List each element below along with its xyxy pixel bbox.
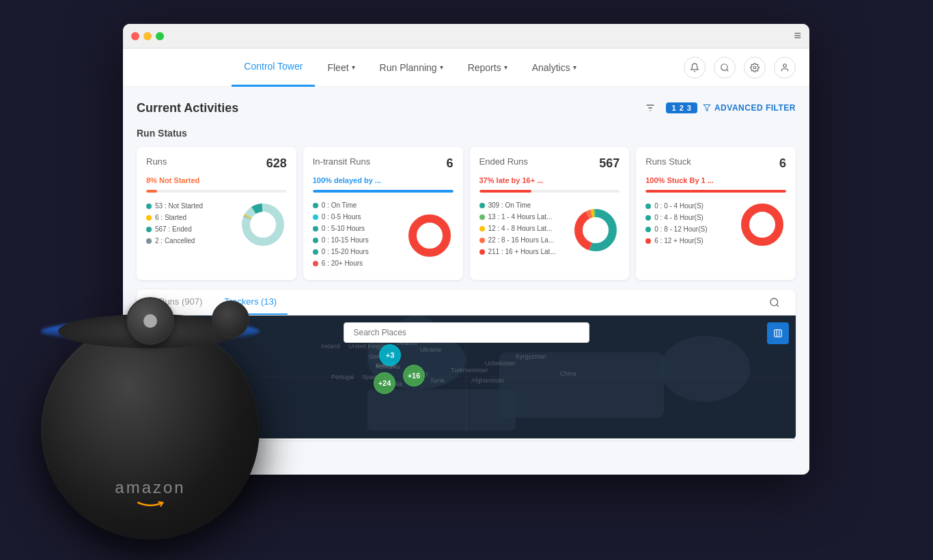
- analytics-arrow-icon: ▾: [573, 64, 576, 71]
- echo-brand-text: amazon: [115, 478, 185, 497]
- intransit-card-subtitle: 100% delayed by ...: [313, 176, 454, 184]
- runs-card-subtitle: 8% Not Started: [146, 176, 287, 184]
- filter-icon-btn[interactable]: [640, 98, 660, 118]
- legend-dot: [313, 226, 318, 232]
- legend-dot: [313, 261, 318, 266]
- reports-arrow-icon: ▾: [504, 64, 507, 71]
- map-label-kyrgyzstan: Kyrgyzstan: [516, 353, 546, 360]
- status-cards-row: Runs 628 8% Not Started 53 : Not Started: [137, 147, 796, 280]
- echo-action-button[interactable]: [212, 300, 249, 338]
- runs-card-count: 628: [266, 156, 287, 171]
- legend-dot: [479, 249, 485, 255]
- stuck-card-subtitle: 100% Stuck By 1 ...: [645, 176, 786, 184]
- svg-rect-30: [775, 330, 782, 337]
- nav-reports[interactable]: Reports ▾: [456, 48, 520, 87]
- intransit-progress-fill: [313, 190, 454, 193]
- runs-card: Runs 628 8% Not Started 53 : Not Started: [137, 147, 296, 280]
- map-cluster-16[interactable]: +16: [403, 365, 425, 387]
- legend-dot: [146, 227, 152, 232]
- nav-run-planning[interactable]: Run Planning ▾: [367, 48, 456, 87]
- nav-fleet[interactable]: Fleet ▾: [315, 48, 367, 87]
- ended-card-subtitle: 37% late by 16+ ...: [479, 176, 620, 184]
- runs-card-body: 53 : Not Started 6 : Started 567 : Ended: [146, 201, 287, 249]
- stuck-legend: 0 : 0 - 4 Hour(S) 0 : 4 - 8 Hour(S) 0 : …: [645, 201, 732, 248]
- echo-mic-button[interactable]: [126, 297, 174, 345]
- ended-card-count: 567: [599, 156, 619, 171]
- browser-menu-icon[interactable]: ≡: [794, 29, 801, 43]
- nav-control-tower[interactable]: Control Tower: [232, 48, 315, 87]
- browser-maximize-dot[interactable]: [156, 32, 164, 40]
- stuck-card-title: Runs Stuck: [645, 156, 691, 167]
- nav-analytics[interactable]: Analytics ▾: [520, 48, 589, 87]
- map-label-china: China: [560, 370, 576, 377]
- legend-item: 567 : Ended: [146, 225, 232, 234]
- legend-dot: [146, 215, 152, 221]
- svg-point-0: [721, 64, 727, 70]
- svg-point-19: [770, 298, 778, 306]
- map-search-icon-btn[interactable]: [764, 292, 785, 313]
- legend-item: 0 : 0 - 4 Hour(S): [645, 201, 732, 210]
- intransit-card-title: In-transit Runs: [313, 156, 371, 167]
- svg-point-26: [660, 336, 751, 402]
- intransit-legend: 0 : On Time 0 : 0-5 Hours 0 : 5-10 Hours: [313, 201, 399, 270]
- browser-minimize-dot[interactable]: [143, 32, 152, 40]
- legend-item: 309 : On Time: [479, 201, 566, 210]
- legend-dot: [479, 203, 485, 208]
- number-badge[interactable]: 1 2 3: [666, 102, 697, 113]
- runs-progress-fill: [146, 190, 157, 193]
- ended-progress-bar: [479, 190, 620, 193]
- nav-items: Control Tower Fleet ▾ Run Planning ▾ Rep…: [137, 48, 684, 87]
- advanced-filter-button[interactable]: ADVANCED FILTER: [703, 103, 796, 113]
- page-title: Current Activities: [137, 101, 238, 115]
- legend-dot: [313, 203, 318, 208]
- browser-titlebar: ≡: [123, 24, 809, 48]
- browser-close-dot[interactable]: [131, 32, 139, 40]
- map-cluster-24[interactable]: +24: [374, 372, 395, 394]
- runs-legend: 53 : Not Started 6 : Started 567 : Ended: [146, 201, 232, 248]
- map-action-button[interactable]: [767, 322, 789, 344]
- section-title-run-status: Run Status: [137, 128, 796, 139]
- legend-dot: [645, 227, 651, 232]
- legend-item: 6 : Started: [146, 213, 232, 222]
- intransit-card-count: 6: [446, 156, 453, 171]
- map-cluster-3[interactable]: +3: [379, 344, 401, 366]
- runs-progress-bar: [146, 190, 287, 193]
- user-profile-button[interactable]: [774, 57, 796, 79]
- legend-dot: [146, 238, 152, 244]
- svg-point-12: [413, 219, 447, 253]
- legend-item: 53 : Not Started: [146, 201, 232, 210]
- legend-item: 12 : 4 - 8 Hours Lat...: [479, 224, 566, 233]
- search-button[interactable]: [714, 57, 736, 79]
- legend-item: 2 : Cancelled: [146, 236, 232, 245]
- legend-item: 13 : 1 - 4 Hours Lat...: [479, 212, 566, 221]
- stuck-donut-chart: [738, 201, 786, 249]
- browser-traffic-lights: [131, 32, 164, 40]
- stuck-card-body: 0 : 0 - 4 Hour(S) 0 : 4 - 8 Hour(S) 0 : …: [645, 201, 786, 249]
- legend-item: 0 : 4 - 8 Hour(S): [645, 213, 732, 222]
- legend-dot: [313, 249, 318, 255]
- ended-card-body: 309 : On Time 13 : 1 - 4 Hours Lat... 12…: [479, 201, 620, 259]
- runs-card-title: Runs: [146, 156, 167, 167]
- map-label-afghanistan: Afghanistan: [471, 377, 504, 384]
- run-planning-arrow-icon: ▾: [440, 64, 443, 71]
- legend-dot: [313, 238, 318, 243]
- legend-item: 6 : 12 + Hour(S): [645, 236, 732, 245]
- settings-button[interactable]: [744, 57, 766, 79]
- map-search-input[interactable]: [344, 322, 589, 343]
- legend-item: 0 : 10-15 Hours: [313, 236, 399, 244]
- ended-card-header: Ended Runs 567: [479, 156, 620, 171]
- map-label-turkmenistan: Turkmenistan: [451, 367, 488, 374]
- svg-marker-7: [704, 105, 710, 111]
- svg-line-20: [777, 305, 779, 307]
- navbar: Control Tower Fleet ▾ Run Planning ▾ Rep…: [123, 48, 809, 87]
- svg-point-18: [745, 208, 779, 242]
- runs-card-header: Runs 628: [146, 156, 287, 171]
- notification-bell-button[interactable]: [684, 57, 706, 79]
- echo-body: amazon: [41, 321, 260, 540]
- page-header: Current Activities 1 2 3 ADVANCED FILTER: [137, 98, 796, 118]
- nav-icon-group: [684, 57, 796, 79]
- intransit-card-header: In-transit Runs 6: [313, 156, 454, 171]
- legend-item: 22 : 8 - 16 Hours La...: [479, 236, 566, 244]
- intransit-card-body: 0 : On Time 0 : 0-5 Hours 0 : 5-10 Hours: [313, 201, 454, 270]
- stuck-progress-fill: [645, 190, 786, 193]
